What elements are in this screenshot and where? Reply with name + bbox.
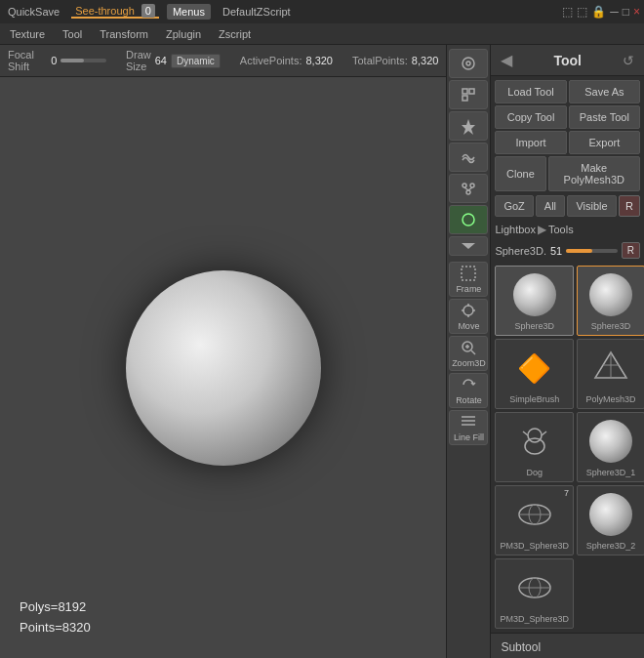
export-button[interactable]: Export bbox=[569, 131, 640, 154]
polys-info: Polys=8192 Points=8320 bbox=[20, 597, 91, 638]
thumb-polymesh3d[interactable]: PolyMesh3D bbox=[577, 339, 644, 409]
svg-marker-11 bbox=[462, 243, 475, 249]
defaultzscript-btn[interactable]: DefaultZScript bbox=[219, 6, 295, 18]
save-as-button[interactable]: Save As bbox=[569, 80, 640, 103]
menus-btn[interactable]: Menus bbox=[167, 4, 211, 20]
lightbox-row[interactable]: Lightbox ▶ Tools bbox=[491, 220, 644, 239]
active-points-control: ActivePoints: 8,320 bbox=[240, 55, 333, 66]
icon-1: ⬚ bbox=[562, 5, 573, 19]
green-btn[interactable] bbox=[449, 205, 488, 234]
svg-rect-4 bbox=[463, 96, 467, 101]
lightbox-arrow-icon: ▶ bbox=[538, 223, 546, 236]
arrow-btn[interactable] bbox=[449, 236, 488, 256]
total-points-label: TotalPoints: bbox=[352, 55, 408, 66]
thumbnails-grid: Sphere3D Sphere3D 🔶 SimpleBrush bbox=[491, 262, 644, 633]
svg-rect-3 bbox=[469, 89, 474, 94]
frame-button[interactable]: Frame bbox=[449, 262, 488, 297]
thumb-canvas-sphere2 bbox=[582, 490, 640, 539]
csync-btn[interactable] bbox=[449, 174, 488, 203]
spin-btn[interactable] bbox=[449, 80, 488, 109]
r-button[interactable]: R bbox=[619, 195, 640, 217]
close-btn[interactable]: × bbox=[633, 5, 640, 19]
thumb-sphere3d-2[interactable]: Sphere3D bbox=[577, 266, 644, 336]
thumb-label-pm3d: PM3D_Sphere3D bbox=[500, 541, 569, 551]
thumb-sphere3d-1[interactable]: Sphere3D_1 bbox=[577, 412, 644, 482]
svg-point-6 bbox=[470, 184, 474, 187]
tool-panel-header: ◀ Tool ↺ bbox=[491, 45, 644, 76]
thumb-pm3d-sphere3d-2[interactable]: PM3D_Sphere3D bbox=[495, 558, 574, 629]
thumb-canvas-0 bbox=[505, 270, 564, 319]
refresh-icon[interactable]: ↺ bbox=[623, 53, 634, 68]
tool-buttons-section: Load Tool Save As Copy Tool Paste Tool I… bbox=[491, 76, 644, 195]
thumb-pm3d-sphere3d-badge[interactable]: 7 PM3D_Sphere3D bbox=[495, 485, 574, 555]
total-points-value: 8,320 bbox=[412, 55, 439, 66]
pm3d-icon bbox=[513, 493, 556, 536]
svg-rect-12 bbox=[462, 267, 475, 280]
move-label: Move bbox=[458, 321, 479, 331]
canvas-area[interactable]: Polys=8192 Points=8320 bbox=[0, 77, 446, 658]
thumb-sphere-img-sphere1 bbox=[589, 420, 632, 463]
tools-label: Tools bbox=[548, 224, 574, 235]
force-btn[interactable] bbox=[449, 111, 488, 141]
dynamic-button[interactable]: Dynamic bbox=[171, 54, 221, 68]
zscript-menu[interactable]: Zscript bbox=[213, 26, 257, 42]
seethrough-btn[interactable]: See-through 0 bbox=[71, 5, 159, 19]
import-button[interactable]: Import bbox=[495, 131, 566, 154]
thumb-dog[interactable]: Dog bbox=[495, 412, 574, 482]
focal-shift-slider[interactable] bbox=[60, 59, 106, 62]
goz-button[interactable]: GoZ bbox=[495, 195, 533, 217]
icon-2: ⬚ bbox=[577, 5, 587, 19]
tool-panel: ◀ Tool ↺ Load Tool Save As Copy Tool Pas… bbox=[490, 45, 644, 658]
thumb-canvas-dog bbox=[505, 417, 564, 466]
sphere3d-slider[interactable] bbox=[566, 249, 618, 253]
maximize-btn[interactable]: □ bbox=[623, 5, 629, 19]
thumb-label-sphere1: Sphere3D_1 bbox=[586, 468, 636, 477]
zoom3d-button[interactable]: Zoom3D bbox=[449, 336, 488, 371]
thumb-label-polymesh: PolyMesh3D bbox=[585, 394, 635, 404]
thumb-sphere-img-1 bbox=[589, 273, 632, 316]
svg-point-7 bbox=[466, 190, 470, 194]
main-layout: Focal Shift 0 Draw Size 64 Dynamic Activ… bbox=[0, 45, 644, 658]
copy-tool-button[interactable]: Copy Tool bbox=[495, 105, 566, 129]
simplebush-icon: 🔶 bbox=[513, 347, 556, 390]
zplugin-menu[interactable]: Zplugin bbox=[160, 26, 207, 42]
visible-button[interactable]: Visible bbox=[567, 195, 617, 217]
3d-sphere bbox=[126, 270, 321, 466]
all-button[interactable]: All bbox=[536, 195, 565, 217]
transform-menu[interactable]: Transform bbox=[94, 26, 154, 42]
rotate-button[interactable]: Rotate bbox=[449, 373, 488, 408]
nudge-btn[interactable] bbox=[449, 49, 488, 78]
quicksave-btn[interactable]: QuickSave bbox=[4, 6, 63, 18]
thumb-canvas-pm3d2 bbox=[505, 563, 564, 612]
thumb-label-pm3d2: PM3D_Sphere3D bbox=[500, 614, 569, 624]
back-arrow-icon[interactable]: ◀ bbox=[501, 51, 512, 69]
thumb-simplebrush[interactable]: 🔶 SimpleBrush bbox=[495, 339, 574, 409]
sphere3d-r-button[interactable]: R bbox=[622, 242, 640, 259]
minimize-btn[interactable]: ─ bbox=[610, 5, 619, 19]
polymesh-icon bbox=[589, 347, 632, 390]
clone-button[interactable]: Clone bbox=[495, 156, 545, 191]
thumb-sphere3d-2b[interactable]: Sphere3D_2 bbox=[577, 485, 644, 555]
make-polymesh-button[interactable]: Make PolyMesh3D bbox=[548, 156, 640, 191]
thumb-label-simplebush: SimpleBrush bbox=[509, 394, 559, 404]
move-button[interactable]: Move bbox=[449, 299, 488, 334]
paste-tool-button[interactable]: Paste Tool bbox=[569, 105, 640, 129]
thumb-canvas-sphere1 bbox=[582, 417, 640, 466]
thumb-sphere3d-selected[interactable]: Sphere3D bbox=[495, 266, 574, 336]
tool-menu[interactable]: Tool bbox=[57, 26, 88, 42]
lock-icon: 🔒 bbox=[591, 5, 606, 19]
fluid-btn[interactable] bbox=[449, 143, 488, 172]
rotate-label: Rotate bbox=[456, 395, 482, 405]
texture-menu[interactable]: Texture bbox=[4, 26, 51, 42]
thumb-label-0: Sphere3D bbox=[514, 321, 554, 331]
zoom3d-label: Zoom3D bbox=[452, 358, 486, 368]
dog-icon bbox=[513, 420, 556, 463]
focal-shift-control: Focal Shift 0 bbox=[8, 49, 106, 72]
total-points-control: TotalPoints: 8,320 bbox=[352, 55, 438, 66]
subtool-section[interactable]: Subtool bbox=[491, 633, 644, 658]
focal-shift-value: 0 bbox=[51, 55, 57, 66]
thumb-label-1: Sphere3D bbox=[591, 321, 631, 331]
load-tool-button[interactable]: Load Tool bbox=[495, 80, 566, 103]
draw-size-label: Draw Size bbox=[126, 49, 151, 72]
linefill-button[interactable]: Line Fill bbox=[449, 410, 488, 445]
